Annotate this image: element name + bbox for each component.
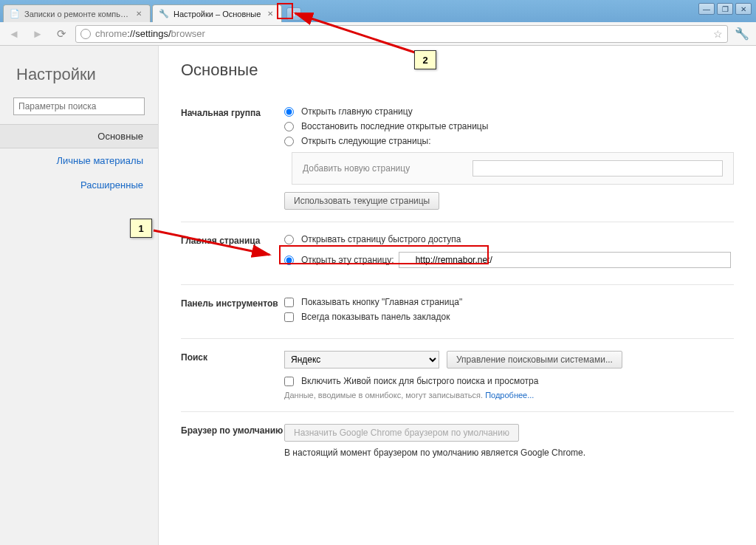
default-browser-status: В настоящий момент браузером по умолчани… [284, 448, 734, 458]
url-text: chrome://settings/browser [95, 28, 205, 39]
section-label: Начальная группа [181, 106, 284, 210]
sidebar-title: Настройки [0, 61, 158, 97]
annotation-rect-homepage-quick [279, 245, 489, 264]
annotation-rect-tab-close [277, 3, 293, 19]
instant-note: Данные, вводимые в омнибокс, могут запис… [284, 391, 734, 400]
settings-content: Основные Начальная группа Открыть главну… [159, 46, 756, 545]
tab-strip: 📄 Записки о ремонте компьюте ✕ 🔧 Настрой… [3, 3, 301, 22]
checkbox-label: Показывать кнопку "Главная страница" [301, 297, 462, 307]
wrench-icon: 🔧 [159, 9, 169, 19]
section-startup: Начальная группа Открыть главную страниц… [181, 95, 734, 222]
tab-1[interactable]: 🔧 Настройки – Основные ✕ [152, 4, 282, 22]
sidebar-item-basics[interactable]: Основные [0, 124, 158, 148]
section-toolbar: Панель инструментов Показывать кнопку "Г… [181, 285, 734, 339]
sidebar-item-personal[interactable]: Личные материалы [0, 148, 158, 173]
maximize-button[interactable]: ❐ [717, 3, 733, 15]
bookmark-star-icon[interactable]: ☆ [713, 28, 723, 40]
close-icon[interactable]: ✕ [134, 9, 144, 19]
close-icon[interactable]: ✕ [265, 9, 275, 19]
checkbox-label: Всегда показывать панель закладок [301, 312, 450, 322]
startup-radio-restore[interactable] [284, 122, 294, 131]
instant-search-checkbox[interactable] [284, 377, 294, 386]
radio-label: Открывать страницу быстрого доступа [301, 234, 461, 244]
page-icon: 📄 [10, 9, 20, 19]
back-button[interactable]: ◄ [4, 25, 24, 43]
close-window-button[interactable]: ✕ [735, 3, 752, 15]
section-label: Поиск [181, 351, 284, 400]
globe-icon [80, 29, 91, 39]
homepage-radio-quick[interactable] [284, 235, 294, 244]
show-home-button-checkbox[interactable] [284, 298, 294, 307]
settings-page: Настройки Основные Личные материалы Расш… [0, 46, 756, 545]
settings-search-input[interactable] [13, 97, 145, 115]
page-heading: Основные [181, 61, 734, 80]
set-default-browser-button[interactable]: Назначить Google Chrome браузером по умо… [284, 424, 519, 442]
section-label: Браузер по умолчанию [181, 424, 284, 458]
section-search: Поиск Яндекс Управление поисковыми систе… [181, 339, 734, 412]
checkbox-label: Включить Живой поиск для быстрого поиска… [301, 376, 538, 386]
sidebar-item-advanced[interactable]: Расширенные [0, 173, 158, 197]
section-label: Главная страница [181, 234, 284, 272]
radio-label: Восстановить последние открытые страницы [301, 121, 488, 131]
wrench-menu-button[interactable]: 🔧 [732, 25, 752, 43]
radio-label: Открыть следующие страницы: [301, 136, 430, 146]
tab-1-title: Настройки – Основные [173, 10, 261, 18]
show-bookmarks-bar-checkbox[interactable] [284, 312, 294, 322]
startup-radio-pages[interactable] [284, 137, 294, 146]
settings-sidebar: Настройки Основные Личные материалы Расш… [0, 46, 159, 545]
add-page-box: Добавить новую страницу [292, 152, 734, 185]
section-default-browser: Браузер по умолчанию Назначить Google Ch… [181, 412, 734, 470]
browser-toolbar: ◄ ► ⟳ chrome://settings/browser ☆ 🔧 [0, 22, 756, 46]
add-page-label: Добавить новую страницу [303, 163, 465, 174]
search-engine-select[interactable]: Яндекс [284, 351, 439, 369]
address-bar[interactable]: chrome://settings/browser ☆ [75, 25, 728, 43]
annotation-label-2: 2 [414, 50, 436, 69]
reload-button[interactable]: ⟳ [52, 25, 71, 43]
settings-search [13, 97, 145, 115]
forward-button[interactable]: ► [28, 25, 47, 43]
manage-search-engines-button[interactable]: Управление поисковыми системами... [447, 351, 622, 369]
tab-0[interactable]: 📄 Записки о ремонте компьюте ✕ [3, 4, 151, 22]
tab-0-title: Записки о ремонте компьюте [24, 10, 130, 18]
use-current-pages-button[interactable]: Использовать текущие страницы [284, 192, 439, 210]
radio-label: Открыть главную страницу [301, 106, 413, 117]
window-controls: — ❐ ✕ [698, 3, 752, 15]
add-page-input[interactable] [472, 160, 723, 176]
startup-radio-home[interactable] [284, 107, 294, 117]
learn-more-link[interactable]: Подробнее... [485, 391, 534, 400]
browser-titlebar: 📄 Записки о ремонте компьюте ✕ 🔧 Настрой… [0, 0, 756, 22]
section-label: Панель инструментов [181, 297, 284, 326]
annotation-label-1: 1 [130, 219, 152, 238]
minimize-button[interactable]: — [698, 3, 715, 15]
